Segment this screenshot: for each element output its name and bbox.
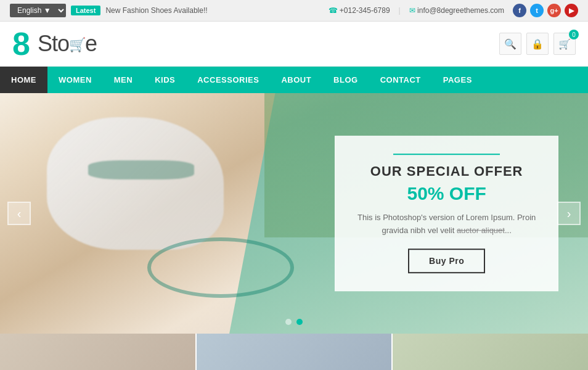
- hero-title: OUR SPECIAL OFFER: [357, 163, 536, 179]
- hero-section: ‹ OUR SPECIAL OFFER 50% OFF This is Phot…: [0, 93, 588, 334]
- nav-women[interactable]: WOMEN: [47, 67, 103, 93]
- latest-badge: Latest: [71, 6, 100, 15]
- logo-text: Sto🛒e: [38, 31, 97, 57]
- slider-dots: [285, 319, 303, 325]
- search-icon: 🔍: [504, 38, 517, 50]
- social-icons: f t g+ ▶: [513, 4, 578, 17]
- announcement-text: New Fashion Shoes Available!!: [105, 6, 207, 15]
- email-text: ✉ info@8degreethemes.com: [409, 6, 504, 15]
- cart-badge: 0: [569, 30, 579, 39]
- cart-button[interactable]: 0 🛒: [553, 33, 576, 55]
- hero-content-box: OUR SPECIAL OFFER 50% OFF This is Photos…: [335, 136, 558, 291]
- phone-text: ☎ +012-345-6789: [329, 6, 390, 15]
- preview-strip: [0, 334, 588, 370]
- preview-item-1[interactable]: [0, 334, 197, 370]
- cart-icon: 🛒: [558, 38, 571, 50]
- header: 8 Sto🛒e 🔍 🔒 0 🛒: [0, 22, 588, 67]
- nav-blog[interactable]: BLOG: [322, 67, 369, 93]
- top-bar-left: English ▼ Latest New Fashion Shoes Avail…: [10, 4, 208, 17]
- search-button[interactable]: 🔍: [499, 33, 521, 55]
- logo-number: 8: [12, 28, 30, 60]
- dot-2[interactable]: [296, 319, 303, 325]
- google-plus-icon[interactable]: g+: [547, 4, 561, 17]
- twitter-icon[interactable]: t: [530, 4, 544, 17]
- hero-description: This is Photoshop's version of Lorem Ips…: [357, 212, 536, 237]
- language-select[interactable]: English ▼: [10, 4, 66, 17]
- navbar: HOME WOMEN MEN KIDS ACCESSORIES ABOUT BL…: [0, 67, 588, 93]
- account-button[interactable]: 🔒: [526, 33, 549, 55]
- logo[interactable]: 8 Sto🛒e: [12, 28, 97, 60]
- nav-pages[interactable]: PAGES: [432, 67, 483, 93]
- facebook-icon[interactable]: f: [513, 4, 526, 17]
- preview-item-3[interactable]: [393, 334, 588, 370]
- top-bar: English ▼ Latest New Fashion Shoes Avail…: [0, 0, 588, 22]
- nav-contact[interactable]: CONTACT: [369, 67, 432, 93]
- nav-home[interactable]: HOME: [0, 67, 47, 93]
- dot-1[interactable]: [285, 319, 292, 325]
- account-icon: 🔒: [531, 38, 544, 50]
- prev-slide-button[interactable]: ‹: [7, 202, 31, 225]
- nav-men[interactable]: MEN: [103, 67, 144, 93]
- nav-accessories[interactable]: ACCESSORIES: [186, 67, 270, 93]
- preview-item-2[interactable]: [197, 334, 393, 370]
- header-icons: 🔍 🔒 0 🛒: [499, 33, 576, 55]
- divider: |: [399, 6, 401, 15]
- top-bar-right: ☎ +012-345-6789 | ✉ info@8degreethemes.c…: [329, 4, 579, 17]
- next-slide-button[interactable]: ›: [557, 202, 581, 225]
- buy-pro-button[interactable]: Buy Pro: [408, 249, 485, 273]
- hero-discount: 50% OFF: [357, 183, 536, 204]
- hero-top-line: [393, 154, 500, 155]
- nav-kids[interactable]: KIDS: [144, 67, 186, 93]
- youtube-icon[interactable]: ▶: [565, 4, 578, 17]
- nav-about[interactable]: ABOUT: [270, 67, 322, 93]
